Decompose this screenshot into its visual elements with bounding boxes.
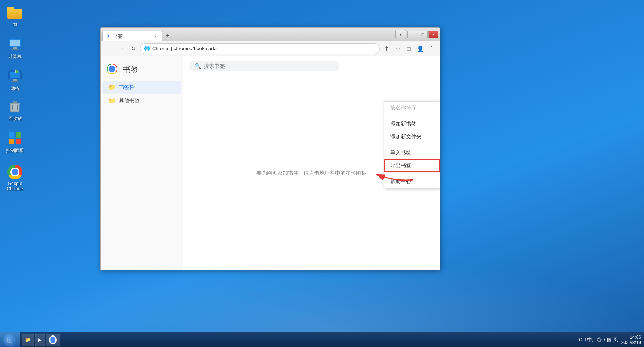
close-button[interactable]: × — [428, 31, 438, 38]
clock-time: 14:06 — [630, 335, 641, 340]
page-header: 书签 — [101, 59, 183, 80]
taskbar-tray: CH 中。◎ ♪ 圖 凤 — [576, 337, 621, 343]
bookmarks-sidebar: 书签 📁 书签栏 📁 其他书签 — [101, 56, 183, 270]
tray-text: CH 中。◎ ♪ 圖 凤 — [579, 337, 618, 343]
taskbar-item-chrome[interactable] — [46, 334, 60, 346]
url-text: Chrome | chrome://bookmarks — [152, 46, 376, 51]
browser-content: 书签 📁 书签栏 📁 其他书签 🔍 — [101, 56, 440, 270]
tab-title: 书签 — [113, 33, 150, 40]
tab-close-button[interactable]: × — [152, 33, 158, 39]
sidebar-item-other-bookmarks[interactable]: 📁 其他书签 — [102, 94, 181, 107]
control-panel-icon — [7, 131, 22, 146]
content-search-area: 🔍 — [183, 56, 440, 76]
active-tab[interactable]: ★ 书签 × — [102, 31, 162, 41]
computer-icon — [7, 37, 22, 52]
context-menu-divider-2 — [384, 145, 440, 145]
menu-button[interactable]: ⋮ — [426, 43, 437, 54]
svg-rect-11 — [13, 101, 17, 103]
arrow-annotation — [372, 161, 417, 185]
desktop-icon-control[interactable]: 控制面板 — [2, 129, 28, 155]
svg-rect-15 — [9, 132, 14, 138]
bookmark-star-button[interactable]: ☆ — [392, 43, 403, 54]
taskbar: 📁 ▶ CH 中。◎ ♪ 圖 凤 14:06 2022/8/19 — [0, 332, 644, 347]
desktop-icon-network[interactable]: 网络 — [2, 67, 28, 93]
desktop-icon-ns[interactable]: ns — [2, 4, 28, 28]
svg-rect-5 — [10, 72, 20, 78]
main-content: 🔍 要为网页添加书签，请点击地址栏中的星形图标 按名称排序 添加新书签 添加新文… — [183, 56, 440, 270]
site-name: Chrome — [152, 46, 169, 51]
taskbar-item-media[interactable]: ▶ — [35, 334, 45, 346]
account-button[interactable]: 👤 — [415, 43, 425, 54]
taskbar-clock: 14:06 2022/8/19 — [621, 335, 644, 345]
taskbar-media-icon: ▶ — [38, 337, 42, 343]
recycle-icon — [7, 99, 22, 114]
folder-icon-bookmarks-bar: 📁 — [108, 84, 116, 91]
sidebar-item-bookmarks-bar[interactable]: 📁 书签栏 — [102, 81, 181, 94]
window-controls: — □ × — [407, 31, 438, 38]
desktop-icon-ns-label: ns — [13, 22, 18, 27]
content-search-wrap: 🔍 — [189, 61, 339, 71]
context-menu-item-add-folder[interactable]: 添加新文件夹 — [384, 130, 440, 143]
svg-rect-6 — [13, 79, 17, 81]
taskbar-item-folder[interactable]: 📁 — [22, 334, 34, 346]
start-orb — [3, 333, 17, 347]
new-tab-button[interactable]: + — [162, 30, 173, 41]
empty-text: 要为网页添加书签，请点击地址栏中的星形图标 — [256, 170, 367, 176]
svg-rect-16 — [16, 132, 21, 138]
svg-point-8 — [15, 70, 18, 73]
desktop-icon-network-label: 网络 — [10, 85, 19, 92]
search-icon: 🔍 — [195, 63, 201, 69]
back-button[interactable]: ← — [104, 43, 114, 54]
page-title: 书签 — [123, 64, 139, 75]
dropdown-button[interactable]: ▾ — [395, 30, 406, 39]
browser-window: ★ 书签 × + ▾ — □ × ← → ↻ 🌐 Chrome — [100, 27, 440, 270]
refresh-button[interactable]: ↻ — [128, 43, 138, 54]
context-menu-item-sort: 按名称排序 — [384, 102, 440, 114]
sidebar-item-bookmarks-bar-label: 书签栏 — [119, 84, 135, 91]
desktop: ns 计算机 网络 — [0, 0, 644, 347]
desktop-icon-computer-label: 计算机 — [8, 54, 22, 60]
sidebar-item-other-bookmarks-label: 其他书签 — [119, 97, 140, 104]
page-chrome-icon — [107, 64, 119, 76]
tabs-area: ★ 书签 × + — [102, 28, 394, 41]
tab-favicon: ★ — [106, 34, 111, 39]
svg-rect-7 — [11, 81, 19, 82]
context-menu-item-add-bookmark[interactable]: 添加新书签 — [384, 118, 440, 130]
desktop-icon-recycle-label: 回收站 — [8, 115, 22, 122]
forward-button[interactable]: → — [116, 43, 126, 54]
desktop-icon-control-label: 控制面板 — [6, 147, 24, 154]
address-bar[interactable]: 🌐 Chrome | chrome://bookmarks — [140, 43, 380, 54]
desktop-icon-computer[interactable]: 计算机 — [2, 36, 28, 61]
taskbar-chrome-icon — [49, 336, 57, 344]
maximize-button[interactable]: □ — [418, 31, 428, 38]
clock-date: 2022/8/19 — [621, 340, 641, 345]
start-button[interactable] — [0, 332, 20, 347]
nav-bar: ← → ↻ 🌐 Chrome | chrome://bookmarks ⬆ ☆ … — [101, 41, 440, 56]
minimize-button[interactable]: — — [407, 31, 417, 38]
chrome-icon — [7, 165, 22, 179]
title-bar: ★ 书签 × + ▾ — □ × — [101, 28, 440, 41]
url-separator: | — [171, 46, 174, 51]
taskbar-folder-icon: 📁 — [25, 337, 31, 343]
context-menu-divider-1 — [384, 116, 440, 116]
folder-icon — [7, 5, 22, 20]
reading-mode-button[interactable]: □ — [404, 43, 414, 54]
context-menu-item-import[interactable]: 导入书签 — [384, 147, 440, 159]
svg-rect-1 — [10, 40, 20, 46]
svg-rect-17 — [9, 139, 14, 144]
desktop-icon-recycle[interactable]: 回收站 — [2, 97, 28, 123]
network-icon — [7, 69, 22, 84]
url-address: chrome://bookmarks — [174, 46, 218, 51]
svg-rect-2 — [13, 47, 17, 49]
share-button[interactable]: ⬆ — [381, 43, 392, 54]
search-input[interactable] — [204, 63, 316, 69]
desktop-icon-chrome-label: GoogleChrome — [7, 181, 23, 191]
svg-rect-3 — [11, 49, 19, 50]
desktop-icon-chrome[interactable]: GoogleChrome — [2, 163, 28, 193]
site-icon: 🌐 — [144, 46, 150, 51]
nav-actions: ⬆ ☆ □ 👤 ⋮ — [381, 43, 437, 54]
svg-rect-18 — [16, 139, 21, 144]
taskbar-items: 📁 ▶ — [20, 334, 576, 346]
folder-icon-other-bookmarks: 📁 — [108, 97, 116, 104]
